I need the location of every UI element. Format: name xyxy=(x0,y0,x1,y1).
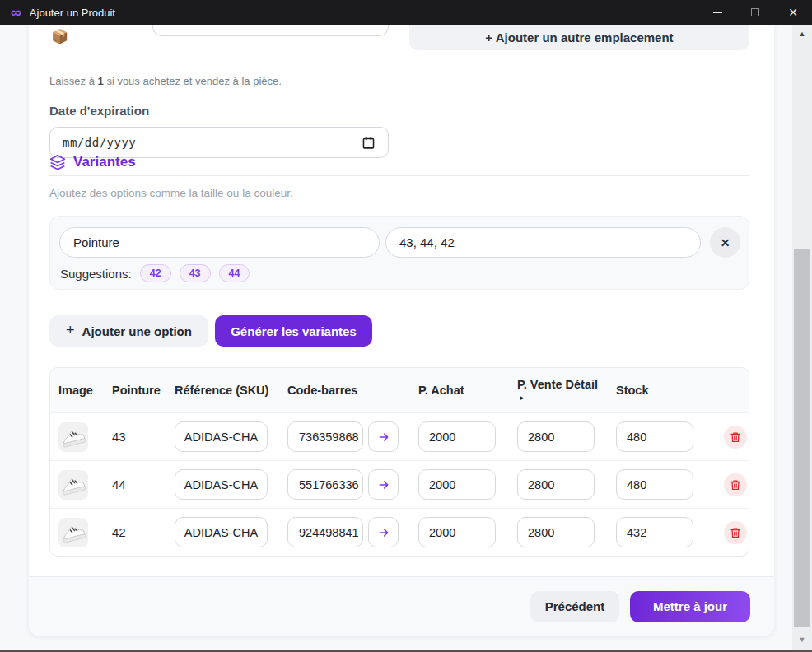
variant-pointure: 43 xyxy=(112,430,175,444)
suggestions-label: Suggestions: xyxy=(60,267,132,281)
variants-heading: Variantes xyxy=(49,154,136,170)
variant-option-card: ✕ Suggestions: 42 43 44 xyxy=(49,216,749,290)
retail-price-input[interactable] xyxy=(517,421,595,452)
product-form-card: 📦 + Ajouter un autre emplacement Laissez… xyxy=(29,25,774,636)
suggestion-pill[interactable]: 44 xyxy=(219,264,250,282)
update-button[interactable]: Mettre à jour xyxy=(630,591,750,622)
variants-title: Variantes xyxy=(73,154,136,170)
arrow-right-icon xyxy=(377,431,390,444)
variant-image-thumbnail[interactable] xyxy=(58,422,88,452)
unit-hint-prefix: Laissez à xyxy=(49,75,98,87)
delete-variant-button[interactable] xyxy=(724,521,747,544)
date-placeholder-text: mm/dd/yyyy xyxy=(63,136,136,149)
section-divider xyxy=(49,175,749,176)
close-icon: ✕ xyxy=(788,6,798,19)
retail-price-input[interactable] xyxy=(517,469,595,500)
stock-input[interactable] xyxy=(616,421,693,452)
suggestion-pill[interactable]: 43 xyxy=(180,264,211,282)
calendar-icon[interactable] xyxy=(362,136,376,150)
scrollbar-thumb[interactable] xyxy=(794,249,810,627)
arrow-right-icon xyxy=(377,478,390,491)
apply-barcode-button[interactable] xyxy=(368,469,399,500)
variants-subtitle: Ajoutez des options comme la taille ou l… xyxy=(49,187,293,199)
retail-price-label: P. Vente Détail xyxy=(517,378,616,392)
apply-barcode-button[interactable] xyxy=(368,421,399,452)
add-location-button[interactable]: + Ajouter un autre emplacement xyxy=(409,25,749,50)
sneaker-icon xyxy=(59,519,87,547)
column-header-purchase-price: P. Achat xyxy=(418,384,517,397)
window-controls: ✕ xyxy=(698,0,812,25)
remove-option-button[interactable]: ✕ xyxy=(710,227,740,258)
sku-input[interactable] xyxy=(175,469,268,500)
close-button[interactable]: ✕ xyxy=(774,0,812,25)
plus-icon: + xyxy=(66,322,75,339)
minimize-button[interactable] xyxy=(698,0,736,25)
table-header-row: Image Pointure Référence (SKU) Code-barr… xyxy=(50,368,749,412)
sneaker-icon xyxy=(59,471,87,499)
form-footer: Précédent Mettre à jour xyxy=(29,576,774,636)
variant-pointure: 42 xyxy=(112,525,175,539)
app-window: ∞ Ajouter un Produit ✕ 📦 + Ajouter un au… xyxy=(0,0,812,652)
purchase-price-input[interactable] xyxy=(418,517,496,547)
window-title: Ajouter un Produit xyxy=(30,7,115,19)
option-name-input[interactable] xyxy=(59,227,380,258)
add-option-label: Ajouter une option xyxy=(82,324,192,338)
sku-input[interactable] xyxy=(175,517,268,547)
sort-arrow-icon: ► xyxy=(519,394,616,403)
sneaker-icon xyxy=(59,423,87,451)
x-icon: ✕ xyxy=(721,236,730,249)
column-header-image: Image xyxy=(58,384,112,397)
apply-barcode-button[interactable] xyxy=(368,517,399,547)
column-header-retail-price[interactable]: P. Vente Détail ► xyxy=(517,378,616,403)
barcode-input[interactable] xyxy=(287,421,363,452)
trash-icon xyxy=(730,431,741,443)
scroll-down-icon[interactable]: ▼ xyxy=(792,636,812,644)
sku-input[interactable] xyxy=(175,421,268,452)
column-header-barcode: Code-barres xyxy=(287,384,418,397)
maximize-button[interactable] xyxy=(736,0,774,25)
delete-variant-button[interactable] xyxy=(724,426,747,449)
unit-hint-text: Laissez à 1 si vous achetez et vendez à … xyxy=(49,75,282,87)
unit-hint-bold: 1 xyxy=(98,75,104,87)
barcode-input[interactable] xyxy=(287,469,363,500)
expiration-date-label: Date d'expiration xyxy=(49,104,149,118)
layers-icon xyxy=(49,154,66,170)
app-logo-infinity-icon: ∞ xyxy=(11,5,21,20)
barcode-input[interactable] xyxy=(287,517,363,547)
trash-icon xyxy=(730,479,741,491)
variants-table: Image Pointure Référence (SKU) Code-barr… xyxy=(49,367,749,557)
column-header-stock: Stock xyxy=(616,384,717,397)
stock-input[interactable] xyxy=(616,469,693,500)
previous-button[interactable]: Précédent xyxy=(530,591,619,622)
package-emoji-icon: 📦 xyxy=(51,28,68,45)
quantity-input-partial[interactable] xyxy=(152,23,389,36)
option-values-input[interactable] xyxy=(385,227,701,258)
variant-row: 42 xyxy=(50,508,749,556)
column-header-pointure: Pointure xyxy=(112,384,175,397)
scroll-up-icon[interactable]: ▲ xyxy=(792,30,812,38)
purchase-price-input[interactable] xyxy=(418,421,496,452)
generate-variants-button[interactable]: Générer les variantes xyxy=(215,315,372,347)
add-option-button[interactable]: + Ajouter une option xyxy=(49,315,208,347)
suggestion-pill[interactable]: 42 xyxy=(140,264,171,282)
maximize-icon xyxy=(751,8,759,16)
variant-row: 43 xyxy=(50,412,749,460)
variant-pointure: 44 xyxy=(112,477,175,491)
vertical-scrollbar[interactable]: ▲ ▼ xyxy=(792,25,812,652)
unit-hint-suffix: si vous achetez et vendez à la pièce. xyxy=(104,75,282,87)
trash-icon xyxy=(730,527,741,538)
variant-row: 44 xyxy=(50,460,749,508)
minimize-icon xyxy=(713,12,722,13)
arrow-right-icon xyxy=(377,526,390,539)
column-header-sku: Référence (SKU) xyxy=(175,384,287,397)
variant-image-thumbnail[interactable] xyxy=(58,518,88,547)
variant-image-thumbnail[interactable] xyxy=(58,470,88,500)
retail-price-input[interactable] xyxy=(517,517,595,547)
titlebar: ∞ Ajouter un Produit ✕ xyxy=(0,0,812,25)
stock-input[interactable] xyxy=(616,517,693,547)
delete-variant-button[interactable] xyxy=(724,473,747,496)
suggestions-row: Suggestions: 42 43 44 xyxy=(60,264,250,282)
purchase-price-input[interactable] xyxy=(418,469,496,500)
